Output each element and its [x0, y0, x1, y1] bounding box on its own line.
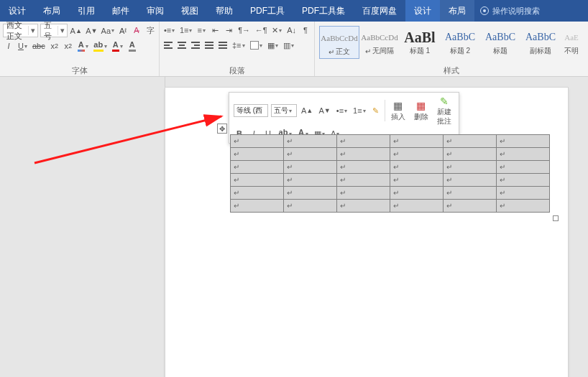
tab-layout1[interactable]: 布局 [35, 0, 69, 22]
mini-shrink-font[interactable]: A▼ [317, 104, 331, 117]
table-cell[interactable]: ↵ [284, 174, 337, 187]
borders-button[interactable]: ▦▾ [266, 39, 280, 52]
table-cell[interactable]: ↵ [444, 187, 497, 200]
mini-font-size[interactable]: 五号▾ [271, 104, 297, 117]
enclose-char-button[interactable]: 字 [144, 24, 156, 37]
style-no-spacing[interactable]: AaBbCcDd ↵无间隔 [359, 26, 400, 59]
table-cell[interactable]: ↵ [337, 174, 390, 187]
clear-format-button[interactable]: A̶ [131, 24, 142, 37]
table-cell[interactable]: ↵ [390, 200, 444, 213]
tab-view[interactable]: 视图 [173, 0, 207, 22]
tell-me-search[interactable]: 操作说明搜索 [474, 0, 546, 22]
table-cell[interactable]: ↵ [390, 135, 444, 148]
align-right-button[interactable] [190, 39, 201, 52]
increase-indent-button[interactable]: ⇥ [223, 24, 234, 37]
font-name-combo[interactable]: 西文正文 ▾ [3, 24, 38, 37]
table-cell[interactable]: ↵ [231, 148, 284, 161]
style-normal[interactable]: AaBbCcDd ↵正文 [319, 26, 359, 59]
table-cell[interactable]: ↵ [497, 200, 550, 213]
table-cell[interactable]: ↵ [337, 148, 390, 161]
table-move-handle[interactable]: ✥ [217, 124, 227, 134]
snap-to-grid-button[interactable]: ▥▾ [282, 39, 295, 52]
char-shading-button[interactable]: A [127, 39, 138, 52]
table-cell[interactable]: ↵ [497, 135, 550, 148]
style-more[interactable]: AaE 不明 [561, 26, 582, 59]
shrink-font-button[interactable]: A▼ [85, 24, 98, 37]
table-cell[interactable]: ↵ [284, 135, 337, 148]
tab-design1[interactable]: 设计 [0, 0, 35, 22]
strikethrough-button[interactable]: abc [31, 39, 47, 52]
superscript-button[interactable]: x2 [63, 39, 74, 52]
mini-insert-button[interactable]: ▦ 插入 [388, 101, 408, 121]
style-subtitle[interactable]: AaBbC 副标题 [520, 26, 561, 59]
mini-format-painter[interactable]: ✎ [370, 104, 382, 117]
table-cell[interactable]: ↵ [231, 200, 284, 213]
style-heading1[interactable]: AaBl 标题 1 [400, 26, 440, 59]
subscript-button[interactable]: x2 [49, 39, 60, 52]
style-heading2[interactable]: AaBbC 标题 2 [440, 26, 480, 59]
tab-review[interactable]: 审阅 [138, 0, 173, 22]
mini-numbering[interactable]: 1≡▾ [352, 104, 367, 117]
shading-button[interactable]: ▾ [249, 39, 264, 52]
mini-delete-button[interactable]: ▦ 删除 [411, 101, 431, 121]
document-table[interactable]: ↵↵↵↵↵↵↵↵↵↵↵↵↵↵↵↵↵↵↵↵↵↵↵↵↵↵↵↵↵↵↵↵↵↵↵↵ [230, 134, 550, 213]
tab-baidu-netdisk[interactable]: 百度网盘 [354, 0, 405, 22]
change-case-button[interactable]: Aa▾ [101, 24, 115, 37]
table-cell[interactable]: ↵ [231, 174, 284, 187]
table-cell[interactable]: ↵ [444, 174, 497, 187]
table-cell[interactable]: ↵ [390, 161, 444, 174]
text-effects-button[interactable]: A▾ [76, 39, 90, 52]
document-page[interactable]: 等线 (西 五号▾ A▲ A▼ •≡▾ 1≡▾ ✎ ▦ 插入 ▦ 删除 ✎ [165, 88, 568, 377]
table-cell[interactable]: ↵ [444, 148, 497, 161]
table-cell[interactable]: ↵ [284, 200, 337, 213]
grow-font-button[interactable]: A▲ [70, 24, 83, 37]
mini-font-name[interactable]: 等线 (西 [234, 104, 268, 117]
table-cell[interactable]: ↵ [497, 187, 550, 200]
bullets-button[interactable]: •≡▾ [162, 24, 176, 37]
table-cell[interactable]: ↵ [497, 161, 550, 174]
mini-grow-font[interactable]: A▲ [300, 104, 314, 117]
table-resize-handle[interactable] [553, 215, 559, 221]
table-cell[interactable]: ↵ [497, 174, 550, 187]
numbering-button[interactable]: 1≡▾ [178, 24, 193, 37]
tab-references[interactable]: 引用 [69, 0, 104, 22]
decrease-indent-button[interactable]: ⇤ [209, 24, 221, 37]
align-left-button[interactable] [162, 39, 174, 52]
sort-button[interactable]: A↓ [285, 24, 298, 37]
table-cell[interactable]: ↵ [444, 161, 497, 174]
table-cell[interactable]: ↵ [390, 174, 444, 187]
table-cell[interactable]: ↵ [444, 135, 497, 148]
tab-help[interactable]: 帮助 [207, 0, 242, 22]
align-justify-button[interactable] [203, 39, 215, 52]
show-marks-button[interactable]: ¶ [300, 24, 311, 37]
tab-table-design[interactable]: 设计 [405, 0, 440, 22]
align-center-button[interactable] [176, 39, 188, 52]
highlight-button[interactable]: ab▾ [92, 39, 109, 52]
tab-table-layout[interactable]: 布局 [440, 0, 474, 22]
table-cell[interactable]: ↵ [284, 161, 337, 174]
line-spacing-button[interactable]: ‡≡▾ [231, 39, 247, 52]
table-cell[interactable]: ↵ [337, 187, 390, 200]
italic-button[interactable]: I [3, 39, 14, 52]
multilevel-list-button[interactable]: ≡▾ [196, 24, 207, 37]
table-cell[interactable]: ↵ [444, 200, 497, 213]
tab-mailings[interactable]: 邮件 [104, 0, 138, 22]
table-cell[interactable]: ↵ [284, 187, 337, 200]
mini-bullets[interactable]: •≡▾ [335, 104, 349, 117]
table-cell[interactable]: ↵ [231, 187, 284, 200]
font-size-combo[interactable]: 五号 ▾ [40, 24, 67, 37]
font-color-button[interactable]: A▾ [111, 39, 124, 52]
tab-pdf-tools[interactable]: PDF工具 [242, 0, 293, 22]
rtl-button[interactable]: ←¶ [254, 24, 269, 37]
table-cell[interactable]: ↵ [390, 148, 444, 161]
distributed-button[interactable] [217, 39, 229, 52]
mini-new-comment-button[interactable]: ✎ 新建 批注 [434, 96, 454, 126]
table-cell[interactable]: ↵ [231, 161, 284, 174]
table-cell[interactable]: ↵ [337, 200, 390, 213]
table-cell[interactable]: ↵ [390, 187, 444, 200]
table-cell[interactable]: ↵ [284, 148, 337, 161]
table-cell[interactable]: ↵ [337, 135, 390, 148]
asian-layout-button[interactable]: ✕▾ [271, 24, 284, 37]
table-cell[interactable]: ↵ [497, 148, 550, 161]
tab-pdf-tools-set[interactable]: PDF工具集 [293, 0, 354, 22]
